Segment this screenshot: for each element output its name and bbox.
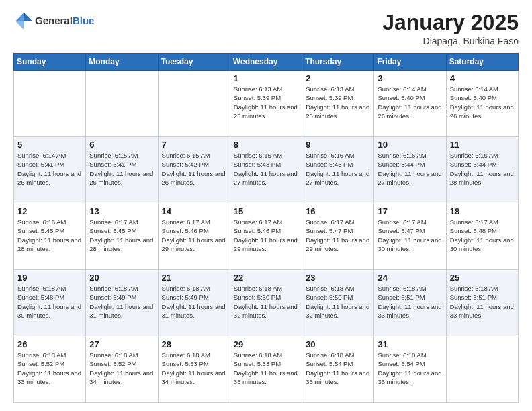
day-number: 7 — [162, 140, 226, 150]
week-row-1: 1Sunrise: 6:13 AMSunset: 5:39 PMDaylight… — [14, 71, 519, 137]
day-number: 29 — [234, 339, 298, 349]
month-title: January 2025 — [382, 11, 519, 34]
day-cell — [86, 71, 158, 137]
svg-marker-0 — [24, 13, 32, 21]
logo-general: General — [35, 15, 73, 26]
day-number: 26 — [17, 339, 82, 349]
day-info: Sunrise: 6:18 AMSunset: 5:51 PMDaylight:… — [450, 284, 515, 320]
day-info: Sunrise: 6:17 AMSunset: 5:46 PMDaylight:… — [234, 218, 298, 253]
week-row-5: 26Sunrise: 6:18 AMSunset: 5:52 PMDayligh… — [14, 336, 519, 403]
location: Diapaga, Burkina Faso — [382, 36, 519, 46]
day-number: 14 — [162, 206, 226, 216]
day-cell: 13Sunrise: 6:17 AMSunset: 5:45 PMDayligh… — [86, 203, 158, 270]
day-cell: 14Sunrise: 6:17 AMSunset: 5:46 PMDayligh… — [158, 203, 230, 270]
day-number: 21 — [162, 273, 226, 283]
svg-marker-1 — [15, 13, 24, 21]
day-cell: 6Sunrise: 6:15 AMSunset: 5:41 PMDaylight… — [86, 137, 158, 203]
day-number: 9 — [306, 140, 370, 150]
day-cell: 28Sunrise: 6:18 AMSunset: 5:53 PMDayligh… — [158, 336, 230, 403]
day-info: Sunrise: 6:18 AMSunset: 5:53 PMDaylight:… — [234, 351, 298, 386]
day-cell: 19Sunrise: 6:18 AMSunset: 5:48 PMDayligh… — [14, 270, 86, 336]
day-number: 15 — [234, 206, 298, 216]
logo-icon — [13, 11, 32, 30]
day-info: Sunrise: 6:16 AMSunset: 5:44 PMDaylight:… — [450, 151, 515, 187]
day-info: Sunrise: 6:18 AMSunset: 5:52 PMDaylight:… — [17, 351, 82, 386]
day-number: 4 — [450, 73, 515, 83]
day-number: 13 — [89, 206, 154, 216]
day-cell: 11Sunrise: 6:16 AMSunset: 5:44 PMDayligh… — [446, 137, 518, 203]
weekday-sunday: Sunday — [14, 54, 86, 71]
day-number: 27 — [89, 339, 154, 349]
day-info: Sunrise: 6:15 AMSunset: 5:41 PMDaylight:… — [89, 151, 154, 187]
day-info: Sunrise: 6:14 AMSunset: 5:40 PMDaylight:… — [378, 85, 442, 120]
day-cell: 1Sunrise: 6:13 AMSunset: 5:39 PMDaylight… — [230, 71, 302, 137]
day-info: Sunrise: 6:17 AMSunset: 5:47 PMDaylight:… — [378, 218, 442, 253]
day-cell: 15Sunrise: 6:17 AMSunset: 5:46 PMDayligh… — [230, 203, 302, 270]
day-cell — [158, 71, 230, 137]
day-info: Sunrise: 6:17 AMSunset: 5:48 PMDaylight:… — [450, 218, 515, 253]
day-number: 8 — [234, 140, 298, 150]
weekday-wednesday: Wednesday — [230, 54, 302, 71]
day-info: Sunrise: 6:15 AMSunset: 5:42 PMDaylight:… — [162, 151, 226, 187]
day-number: 31 — [378, 339, 442, 349]
day-info: Sunrise: 6:18 AMSunset: 5:49 PMDaylight:… — [89, 284, 154, 320]
day-number: 16 — [306, 206, 370, 216]
day-number: 19 — [17, 273, 82, 283]
calendar-table: SundayMondayTuesdayWednesdayThursdayFrid… — [13, 53, 519, 403]
day-info: Sunrise: 6:13 AMSunset: 5:39 PMDaylight:… — [306, 85, 370, 120]
day-cell: 24Sunrise: 6:18 AMSunset: 5:51 PMDayligh… — [374, 270, 446, 336]
logo-text: GeneralBlue — [35, 15, 94, 26]
day-number: 24 — [378, 273, 442, 283]
day-info: Sunrise: 6:14 AMSunset: 5:41 PMDaylight:… — [17, 151, 82, 187]
day-info: Sunrise: 6:16 AMSunset: 5:45 PMDaylight:… — [17, 218, 82, 253]
day-info: Sunrise: 6:18 AMSunset: 5:54 PMDaylight:… — [378, 351, 442, 386]
day-info: Sunrise: 6:18 AMSunset: 5:51 PMDaylight:… — [378, 284, 442, 320]
day-info: Sunrise: 6:13 AMSunset: 5:39 PMDaylight:… — [234, 85, 298, 120]
day-number: 2 — [306, 73, 370, 83]
page: GeneralBlue January 2025 Diapaga, Burkin… — [0, 0, 532, 411]
day-number: 3 — [378, 73, 442, 83]
day-info: Sunrise: 6:17 AMSunset: 5:45 PMDaylight:… — [89, 218, 154, 253]
day-cell: 25Sunrise: 6:18 AMSunset: 5:51 PMDayligh… — [446, 270, 518, 336]
day-cell: 29Sunrise: 6:18 AMSunset: 5:53 PMDayligh… — [230, 336, 302, 403]
weekday-friday: Friday — [374, 54, 446, 71]
logo-blue: Blue — [73, 15, 95, 26]
weekday-header-row: SundayMondayTuesdayWednesdayThursdayFrid… — [14, 54, 519, 71]
day-cell: 30Sunrise: 6:18 AMSunset: 5:54 PMDayligh… — [302, 336, 374, 403]
day-cell: 9Sunrise: 6:16 AMSunset: 5:43 PMDaylight… — [302, 137, 374, 203]
day-cell: 8Sunrise: 6:15 AMSunset: 5:43 PMDaylight… — [230, 137, 302, 203]
day-info: Sunrise: 6:18 AMSunset: 5:52 PMDaylight:… — [89, 351, 154, 386]
day-cell: 10Sunrise: 6:16 AMSunset: 5:44 PMDayligh… — [374, 137, 446, 203]
weekday-tuesday: Tuesday — [158, 54, 230, 71]
day-number: 30 — [306, 339, 370, 349]
header: GeneralBlue January 2025 Diapaga, Burkin… — [13, 11, 519, 46]
day-cell: 21Sunrise: 6:18 AMSunset: 5:49 PMDayligh… — [158, 270, 230, 336]
day-info: Sunrise: 6:15 AMSunset: 5:43 PMDaylight:… — [234, 151, 298, 187]
weekday-saturday: Saturday — [446, 54, 518, 71]
title-block: January 2025 Diapaga, Burkina Faso — [382, 11, 519, 46]
day-number: 20 — [89, 273, 154, 283]
day-info: Sunrise: 6:16 AMSunset: 5:43 PMDaylight:… — [306, 151, 370, 187]
week-row-3: 12Sunrise: 6:16 AMSunset: 5:45 PMDayligh… — [14, 203, 519, 270]
day-number: 5 — [17, 140, 82, 150]
day-info: Sunrise: 6:17 AMSunset: 5:46 PMDaylight:… — [162, 218, 226, 253]
day-number: 18 — [450, 206, 515, 216]
weekday-monday: Monday — [86, 54, 158, 71]
day-cell: 26Sunrise: 6:18 AMSunset: 5:52 PMDayligh… — [14, 336, 86, 403]
day-cell: 12Sunrise: 6:16 AMSunset: 5:45 PMDayligh… — [14, 203, 86, 270]
day-info: Sunrise: 6:18 AMSunset: 5:50 PMDaylight:… — [234, 284, 298, 320]
day-info: Sunrise: 6:14 AMSunset: 5:40 PMDaylight:… — [450, 85, 515, 120]
day-info: Sunrise: 6:18 AMSunset: 5:49 PMDaylight:… — [162, 284, 226, 320]
day-number: 1 — [234, 73, 298, 83]
day-info: Sunrise: 6:18 AMSunset: 5:53 PMDaylight:… — [162, 351, 226, 386]
svg-marker-2 — [15, 21, 24, 30]
day-cell: 2Sunrise: 6:13 AMSunset: 5:39 PMDaylight… — [302, 71, 374, 137]
day-cell: 7Sunrise: 6:15 AMSunset: 5:42 PMDaylight… — [158, 137, 230, 203]
logo: GeneralBlue — [13, 11, 94, 30]
week-row-2: 5Sunrise: 6:14 AMSunset: 5:41 PMDaylight… — [14, 137, 519, 203]
day-cell: 27Sunrise: 6:18 AMSunset: 5:52 PMDayligh… — [86, 336, 158, 403]
day-number: 10 — [378, 140, 442, 150]
day-cell — [14, 71, 86, 137]
day-cell — [446, 336, 518, 403]
day-cell: 18Sunrise: 6:17 AMSunset: 5:48 PMDayligh… — [446, 203, 518, 270]
